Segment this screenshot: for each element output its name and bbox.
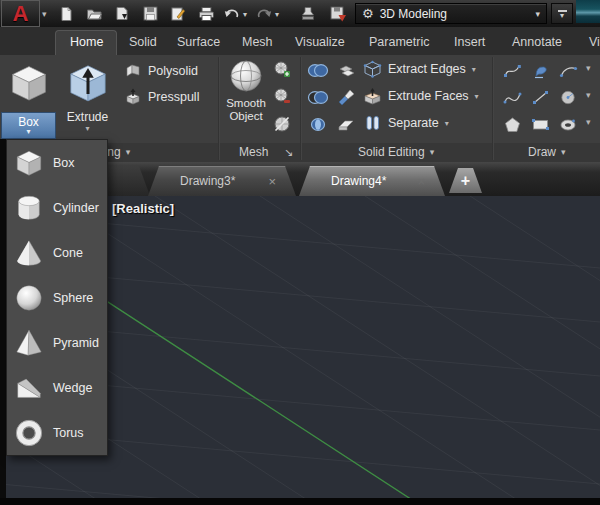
arc-button[interactable] [556,58,580,82]
menu-item-cylinder[interactable]: Cylinder [7,185,107,230]
save-button[interactable] [138,3,162,24]
box-icon [14,148,44,178]
mesh-unsmooth-button[interactable] [270,112,294,136]
copy-faces-button[interactable] [334,58,358,82]
draw-panel-label[interactable]: Draw ▾ [528,145,566,159]
union-button[interactable] [306,58,330,82]
extrude-button[interactable]: Extrude ▾ [60,57,115,141]
subtract-button[interactable] [306,85,330,109]
cylinder-icon [14,193,44,223]
separate-button[interactable]: Separate ▾ [360,112,452,134]
wedge-icon [14,373,44,403]
extrude-faces-button[interactable]: Extrude Faces ▾ [360,85,482,107]
save-as-icon [114,6,130,22]
plus-icon: + [461,172,470,190]
separate-label: Separate [388,116,439,130]
brush-icon [336,88,356,106]
mesh-refine-button[interactable] [270,58,294,82]
close-tab-icon[interactable]: × [417,175,425,188]
box-split-button-open[interactable]: Box ▾ [1,112,56,139]
circle-icon [559,89,578,106]
line-button[interactable] [528,85,552,109]
undo-button[interactable] [222,3,242,24]
rectangle-button[interactable] [528,112,552,136]
ribbon-tab-home[interactable]: Home [70,35,103,49]
ribbon-tab-visualize[interactable]: Visualize [295,35,345,49]
undo-caret-icon[interactable]: ▾ [243,10,247,19]
ribbon-tab-insert[interactable]: Insert [454,35,485,49]
mesh-panel-label[interactable]: Mesh [239,145,268,159]
menu-item-cone[interactable]: Cone [7,230,107,275]
ribbon-tab-parametric[interactable]: Parametric [369,35,429,49]
menu-item-torus[interactable]: Torus [7,410,107,455]
ribbon-tab-solid[interactable]: Solid [129,35,157,49]
save-as-button[interactable] [110,3,134,24]
edit-plot-icon [170,6,186,22]
print-button[interactable] [194,3,218,24]
menu-item-sphere[interactable]: Sphere [7,275,107,320]
application-menu-button[interactable]: A [1,0,40,27]
polygon-icon [503,116,522,133]
solid-editing-panel-label[interactable]: Solid Editing ▾ [358,145,434,159]
extrude-faces-icon [363,87,382,105]
visual-style-control[interactable]: [Realistic] [112,201,174,216]
polysolid-button[interactable]: Polysolid [121,60,201,82]
ribbon-tab-bar: Home Solid Surface Mesh Visualize Parame… [0,27,600,55]
redo-button[interactable] [254,3,274,24]
presspull-button[interactable]: Presspull [121,86,202,108]
polyline-button[interactable] [500,58,524,82]
mesh-dialog-launcher-icon[interactable]: ↘ [284,146,293,159]
print-icon [198,6,215,22]
application-menu-caret-icon[interactable]: ▾ [42,9,47,19]
autocad-window: A ▾ ▾ ▾ [0,0,600,505]
redo-caret-icon[interactable]: ▾ [275,10,279,19]
save-to-web-button[interactable] [326,3,350,24]
mesh-smooth-less-button[interactable] [270,85,294,109]
circle-button[interactable] [556,85,580,109]
document-tab-label: Drawing4* [331,174,386,188]
document-tab-drawing3[interactable]: Drawing3* × [148,166,296,196]
extract-edges-button[interactable]: Extract Edges ▾ [360,58,479,80]
arc-flyout-caret-icon[interactable]: ▾ [586,63,591,73]
polygon-button[interactable] [500,112,524,136]
presspull-icon [124,88,142,106]
circle-flyout-caret-icon[interactable]: ▾ [586,90,591,100]
fillet-edge-button[interactable] [334,85,358,109]
donut-icon [559,116,578,133]
clean-button[interactable] [334,112,358,136]
freehand-sketch-button[interactable] [528,58,552,82]
plot-stamp-button[interactable] [296,3,320,24]
menu-item-box[interactable]: Box [7,140,107,185]
toolbar-overflow-button[interactable]: ▾ [551,3,573,24]
mesh-less-icon [273,88,291,106]
menu-item-pyramid[interactable]: Pyramid [7,320,107,365]
panel-separator [218,57,220,160]
ribbon-tab-mesh[interactable]: Mesh [242,35,273,49]
union-icon [307,63,329,78]
box-button-label: Box [18,116,39,128]
ribbon-tab-annotate[interactable]: Annotate [512,35,562,49]
document-tab-drawing4[interactable]: Drawing4* × [299,166,445,196]
ribbon-tab-surface[interactable]: Surface [177,35,220,49]
rectangle-icon [531,116,550,133]
sphere-icon [14,283,44,313]
workspace-switcher[interactable]: ⚙ 3D Modeling ▾ [355,3,547,24]
close-tab-icon[interactable]: × [268,175,276,188]
extrude-faces-label: Extrude Faces [388,89,469,103]
donut-button[interactable] [556,112,580,136]
spline-button[interactable] [500,85,524,109]
donut-flyout-caret-icon[interactable]: ▾ [586,117,591,127]
new-drawing-tab-button[interactable]: + [449,168,482,193]
polysolid-label: Polysolid [148,64,198,78]
new-file-button[interactable] [54,3,78,24]
menu-item-wedge[interactable]: Wedge [7,365,107,410]
intersect-button[interactable] [306,112,330,136]
smooth-object-label: Smooth Object [223,97,269,123]
smooth-object-button[interactable]: Smooth Object [222,57,270,141]
box-icon [8,62,50,104]
edit-plot-button[interactable] [166,3,190,24]
gear-icon: ⚙ [362,7,374,20]
ribbon-tab-view[interactable]: View [589,35,600,49]
open-button[interactable] [82,3,106,24]
primitive-flyout-menu: Box Cylinder Cone Sphere [6,139,108,456]
